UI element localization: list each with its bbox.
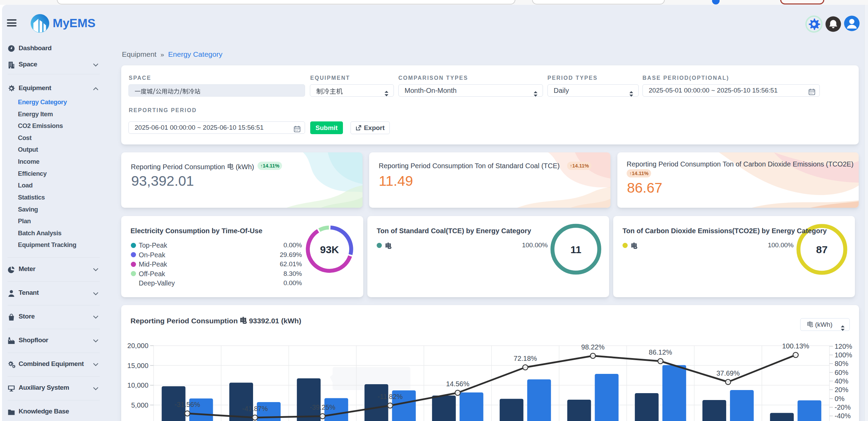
svg-text:120%: 120% <box>835 343 852 350</box>
svg-text:20%: 20% <box>835 386 848 393</box>
svg-text:11: 11 <box>571 244 582 255</box>
svg-text:98.22%: 98.22% <box>581 343 605 351</box>
svg-text:10,000: 10,000 <box>127 381 148 389</box>
svg-text:-11.82%: -11.82% <box>378 393 403 400</box>
svg-text:87: 87 <box>816 244 827 255</box>
svg-text:93K: 93K <box>320 244 339 255</box>
svg-text:72.18%: 72.18% <box>514 355 537 362</box>
svg-text:37.69%: 37.69% <box>717 369 740 377</box>
svg-text:-41.87%: -41.87% <box>242 405 268 412</box>
svg-text:100.13%: 100.13% <box>782 342 809 350</box>
svg-text:100%: 100% <box>835 351 852 359</box>
svg-text:-39.25%: -39.25% <box>310 403 336 411</box>
svg-text:15,000: 15,000 <box>127 362 148 369</box>
svg-text:-31.56%: -31.56% <box>175 401 200 408</box>
svg-text:14.56%: 14.56% <box>446 380 469 388</box>
svg-text:86.12%: 86.12% <box>649 348 672 356</box>
svg-text:5,000: 5,000 <box>131 401 148 409</box>
svg-text:40%: 40% <box>835 377 848 385</box>
svg-text:0%: 0% <box>835 395 845 402</box>
svg-text:20,000: 20,000 <box>127 342 148 349</box>
svg-text:80%: 80% <box>835 360 848 367</box>
svg-text:-20%: -20% <box>835 403 851 411</box>
svg-text:60%: 60% <box>835 369 848 376</box>
svg-text:-40%: -40% <box>835 412 851 420</box>
